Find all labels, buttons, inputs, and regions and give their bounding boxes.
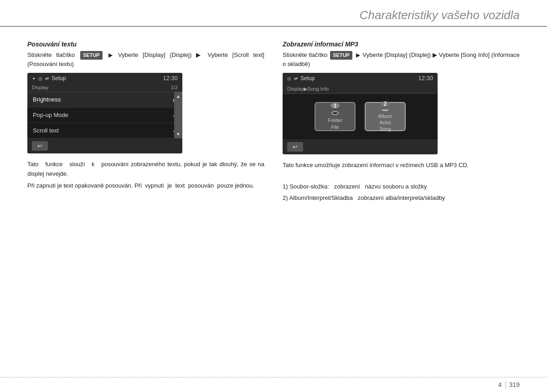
main-content: Posouvání textu Stiskněte tlačítko SETUP… [0, 27, 547, 214]
left-screen-mockup: Setup 12:30 Display 1/2 Brightness Pop-u… [27, 73, 182, 153]
folder-label: FolderFile [328, 117, 342, 130]
page-header: Charakteristiky vašeho vozidla [0, 0, 547, 27]
right-screen-subtitle: Display▶Song Info [287, 86, 329, 92]
menu-label-scroll: Scroll text [33, 127, 59, 134]
left-screen-menu-wrapper: Brightness Pop-up Mode Scroll text [27, 92, 182, 138]
left-arrow: ▶ [108, 51, 113, 59]
album-radio [382, 109, 389, 111]
back-icon [37, 143, 42, 149]
right-body-item1: 1) Soubor-složka: zobrazení názvu soubor… [283, 182, 520, 192]
page-divider: ┊ [504, 381, 507, 388]
left-screen-subtitle: Display [32, 85, 48, 90]
left-back-button[interactable] [32, 141, 48, 151]
left-screen-title: Setup [52, 75, 66, 81]
page-number: 319 [509, 381, 520, 388]
page-footer: 4 ┊ 319 [0, 377, 547, 392]
right-topbar-left: Setup [287, 75, 315, 81]
song-info-options: 1 FolderFile 2 AlbumArtistSong [283, 94, 438, 139]
album-option-btn[interactable]: 2 AlbumArtistSong [365, 102, 406, 131]
right-instruction: Stiskněte tlačítko SETUP ▶ Vyberte [Disp… [283, 51, 520, 68]
left-screen-back-bar [27, 138, 182, 153]
left-screen-time: 12:30 [163, 75, 178, 81]
right-arrow: ▶ [356, 51, 360, 59]
right-signal-icon [287, 75, 291, 81]
right-body-intro: Tato funkce umožňuje zobrazení informací… [283, 161, 520, 170]
page-title: Charakteristiky vašeho vozidla [360, 8, 520, 22]
option-1-number: 1 [330, 103, 340, 108]
right-column: Zobrazení informací MP3 Stiskněte tlačít… [283, 41, 520, 205]
menu-label-popup: Pop-up Mode [33, 112, 68, 118]
page-chapter: 4 [498, 381, 502, 388]
left-column: Posouvání textu Stiskněte tlačítko SETUP… [27, 41, 264, 205]
left-setup-badge: SETUP [80, 51, 103, 60]
left-section-title: Posouvání textu [27, 41, 264, 48]
right-screen-time: 12:30 [418, 75, 433, 81]
left-body-text: Tato funkce slouží k posouvání zobrazené… [27, 160, 264, 190]
right-body-text: Tato funkce umožňuje zobrazení informací… [283, 161, 520, 203]
left-scroll-indicator [174, 92, 182, 138]
right-screen-topbar: Setup 12:30 [283, 73, 438, 83]
right-usb-icon [294, 75, 298, 81]
menu-item-popup: Pop-up Mode [27, 107, 182, 123]
scroll-up-icon [176, 94, 181, 99]
right-instr-1: Stiskněte tlačítko [283, 51, 327, 58]
left-body-p2: Při zapnutí je text opakovaně posouván. … [27, 181, 264, 191]
right-section-title: Zobrazení informací MP3 [283, 41, 520, 48]
menu-item-scroll: Scroll text [27, 123, 182, 138]
left-screen-menu-items: Brightness Pop-up Mode Scroll text [27, 92, 182, 138]
signal-icon [38, 75, 42, 81]
right-screen-mockup: Setup 12:30 Display▶Song Info 1 FolderFi… [283, 73, 438, 154]
right-setup-badge: SETUP [330, 51, 352, 60]
folder-radio [331, 111, 339, 115]
left-instruction: Stiskněte tlačítko SETUP ▶ Vyberte [Disp… [27, 51, 264, 68]
song-option-folder: 1 FolderFile [315, 102, 356, 131]
right-screen-back-bar [283, 139, 438, 154]
right-body-item2: 2) Album/Interpret/Skladba zobrazení alb… [283, 193, 520, 203]
right-back-button[interactable] [287, 142, 303, 152]
folder-option-btn[interactable]: 1 FolderFile [315, 102, 356, 131]
scroll-down-icon [176, 132, 181, 137]
left-page-indicator: 1/2 [171, 85, 178, 90]
album-label: AlbumArtistSong [378, 113, 392, 132]
menu-label-brightness: Brightness [33, 96, 61, 103]
left-instr-1: Stiskněte tlačítko [27, 51, 75, 58]
option-2-number: 2 [381, 101, 390, 107]
left-screen-topbar: Setup 12:30 [27, 73, 182, 83]
usb-icon [45, 75, 49, 81]
song-option-album: 2 AlbumArtistSong [365, 102, 406, 131]
right-screen-title: Setup [300, 75, 315, 81]
right-back-icon [293, 143, 298, 150]
menu-item-brightness: Brightness [27, 92, 182, 107]
left-topbar-left: Setup [32, 75, 66, 81]
left-body-p1: Tato funkce slouží k posouvání zobrazené… [27, 160, 264, 179]
bluetooth-icon [32, 75, 36, 81]
